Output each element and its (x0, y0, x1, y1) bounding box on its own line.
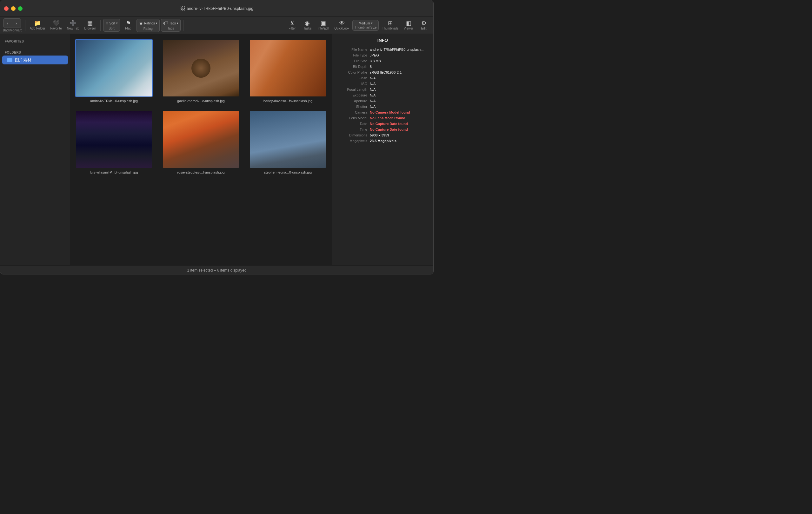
list-item[interactable]: andre-iv-TRkb...0-unsplash.jpg (75, 39, 153, 103)
viewer-button[interactable]: ◧ Viewer (402, 19, 415, 31)
ratings-chevron-icon: ▾ (156, 22, 157, 25)
info-panel: INFO File Name andre-iv-TRkbFFhiPB0-unsp… (332, 34, 433, 265)
new-tab-icon: ➕ (69, 20, 77, 26)
forward-button[interactable]: › (12, 19, 21, 28)
file-size-value: 3.3 MB (370, 59, 381, 63)
file-name-label: File Name (337, 48, 367, 51)
main-layout: FAVORITES FOLDERS 图片素材 andre-iv-TRkb...0… (0, 34, 433, 265)
new-tab-button[interactable]: ➕ New Tab (65, 19, 81, 31)
browser-button[interactable]: ▦ Browser (82, 19, 98, 31)
content-area[interactable]: andre-iv-TRkb...0-unsplash.jpg gaelle-ma… (70, 34, 332, 265)
folders-label: FOLDERS (0, 49, 70, 56)
thumbnail-image-wrap (162, 39, 240, 97)
toolbar: ‹ › Back/Forward 📁 Add Folder 🖤 Favorite… (0, 17, 433, 34)
thumbnail-image-wrap (75, 111, 153, 169)
thumbnail-image-wrap (162, 111, 240, 169)
bit-depth-value: 8 (370, 65, 372, 68)
close-button[interactable] (4, 6, 8, 11)
sort-chevron-icon: ▾ (116, 22, 118, 25)
sidebar: FAVORITES FOLDERS 图片素材 (0, 34, 70, 265)
separator-2 (100, 20, 100, 31)
date-value: No Capture Date found (370, 122, 408, 126)
info-row-filetype: File Type JPEG (337, 52, 428, 58)
statusbar-text: 1 item selected – 6 items displayed (187, 268, 246, 273)
info-row-filename: File Name andre-iv-TRkbFFhiPB0-unsplash.… (337, 47, 428, 52)
dimensions-value: 5938 x 3959 (370, 133, 389, 137)
tasks-icon: ◉ (305, 20, 310, 26)
favorites-label: FAVORITES (0, 38, 70, 44)
exposure-label: Exposure (337, 93, 367, 97)
favorite-button[interactable]: 🖤 Favorite (49, 19, 64, 31)
thumbnail-size-dropdown[interactable]: Medium ▾ Thumbnail Size (352, 20, 379, 31)
info-row-exposure: Exposure N/A (337, 92, 428, 98)
filter-icon: ⊻ (290, 20, 294, 26)
thumbnail-label: gaelle-marcel-...c-unsplash.jpg (177, 99, 225, 103)
thumbnail-label: rosie-steggles-...l-unsplash.jpg (177, 171, 225, 174)
info-row-iso: ISO N/A (337, 81, 428, 87)
back-forward-label: Back/Forward (3, 29, 23, 32)
info-row-filesize: File Size 3.3 MB (337, 58, 428, 64)
tags-chevron-icon: ▾ (177, 22, 178, 25)
back-forward-group: ‹ › Back/Forward (3, 19, 23, 32)
sort-dropdown[interactable]: ≡ Sort ▾ Sort (103, 19, 120, 32)
info-row-lensmodel: Lens Model No Lens Model found (337, 115, 428, 121)
file-type-value: JPEG (370, 53, 379, 57)
back-button[interactable]: ‹ (3, 19, 12, 28)
list-item[interactable]: harley-davidso...fs-unsplash.jpg (249, 39, 327, 103)
minimize-button[interactable] (11, 6, 16, 11)
thumbnails-button[interactable]: ⊞ Thumbnails (380, 19, 400, 31)
lens-model-label: Lens Model (337, 116, 367, 120)
quicklook-icon: 👁 (339, 20, 345, 26)
file-icon: 🖼 (180, 6, 185, 11)
filter-button[interactable]: ⊻ Filter (285, 19, 299, 31)
thumbnails-icon: ⊞ (388, 20, 393, 26)
info-panel-title: INFO (337, 38, 428, 43)
iso-label: ISO (337, 82, 367, 86)
maximize-button[interactable] (18, 6, 23, 11)
camera-label: Camera (337, 111, 367, 114)
flash-value: N/A (370, 76, 376, 80)
focal-length-value: N/A (370, 88, 376, 91)
sort-icon: ≡ (106, 20, 108, 26)
titlebar: 🖼 andre-iv-TRkbFFhiPB0-unsplash.jpg (0, 0, 433, 17)
edit-icon: ⚙ (421, 20, 426, 26)
flag-button[interactable]: ⚑ Flag (121, 19, 135, 31)
focal-length-label: Focal Length (337, 88, 367, 91)
file-size-label: File Size (337, 59, 367, 63)
list-item[interactable]: stephen-leona...0-unsplash.jpg (249, 111, 327, 174)
camera-value: No Camera Model found (370, 111, 410, 114)
list-item[interactable]: gaelle-marcel-...c-unsplash.jpg (162, 39, 240, 103)
statusbar: 1 item selected – 6 items displayed (0, 265, 433, 274)
separator-1 (25, 20, 25, 31)
shutter-label: Shutter (337, 105, 367, 109)
tags-dropdown[interactable]: 🏷 Tags ▾ Tags (161, 19, 181, 32)
info-row-date: Date No Capture Date found (337, 121, 428, 127)
color-profile-label: Color Profile (337, 70, 367, 74)
flag-icon: ⚑ (126, 20, 131, 26)
window-title: 🖼 andre-iv-TRkbFFhiPB0-unsplash.jpg (180, 6, 253, 11)
info-row-shutter: Shutter N/A (337, 104, 428, 110)
sidebar-item-folder[interactable]: 图片素材 (2, 56, 68, 64)
edit-button[interactable]: ⚙ Edit (417, 19, 431, 31)
tasks-button[interactable]: ◉ Tasks (300, 19, 314, 31)
thumbnail-label: andre-iv-TRkb...0-unsplash.jpg (90, 99, 138, 103)
add-folder-button[interactable]: 📁 Add Folder (28, 19, 47, 31)
info-edit-button[interactable]: ▣ Info/Edit (316, 19, 331, 31)
aperture-label: Aperture (337, 99, 367, 103)
info-row-colorprofile: Color Profile sRGB IEC61966-2.1 (337, 69, 428, 75)
info-edit-icon: ▣ (321, 20, 326, 26)
info-row-focallength: Focal Length N/A (337, 87, 428, 92)
shutter-value: N/A (370, 105, 376, 109)
folder-icon (7, 58, 12, 62)
quicklook-button[interactable]: 👁 QuickLook (332, 19, 351, 31)
file-type-label: File Type (337, 53, 367, 57)
ratings-dropdown[interactable]: ★ Ratings ▾ Rating (137, 19, 160, 32)
dimensions-label: Dimensions (337, 133, 367, 137)
list-item[interactable]: rosie-steggles-...l-unsplash.jpg (162, 111, 240, 174)
list-item[interactable]: luis-villasmil-P...bl-unsplash.jpg (75, 111, 153, 174)
color-profile-value: sRGB IEC61966-2.1 (370, 70, 402, 74)
info-row-flash: Flash N/A (337, 75, 428, 81)
date-label: Date (337, 122, 367, 126)
ratings-icon: ★ (139, 20, 143, 26)
megapixels-value: 23.5 Megapixels (370, 139, 397, 143)
